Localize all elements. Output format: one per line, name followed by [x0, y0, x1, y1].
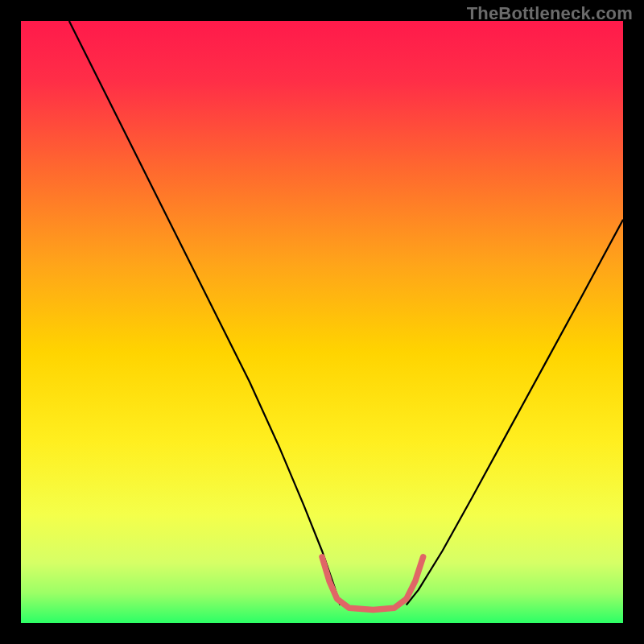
- chart-frame: TheBottleneck.com: [0, 0, 644, 644]
- gradient-background: [21, 21, 623, 623]
- watermark-label: TheBottleneck.com: [467, 3, 633, 24]
- chart-canvas: [21, 21, 623, 623]
- plot-area: [21, 21, 623, 623]
